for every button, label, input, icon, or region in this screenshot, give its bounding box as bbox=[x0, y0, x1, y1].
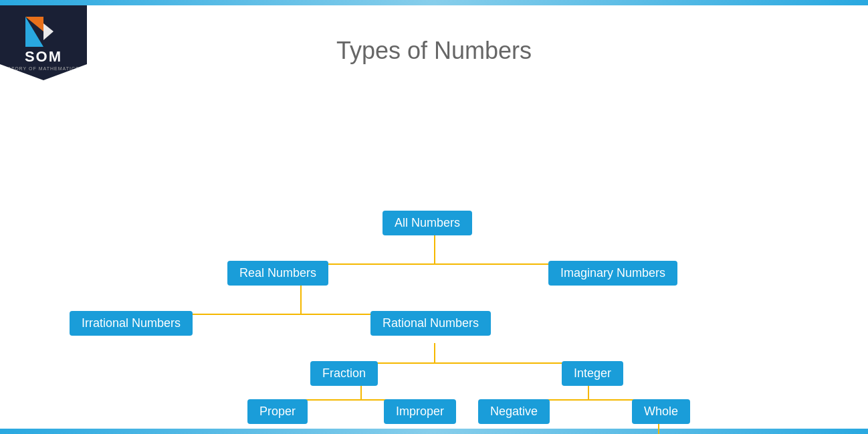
bottom-decorative-bar bbox=[0, 429, 868, 434]
node-imaginary-numbers: Imaginary Numbers bbox=[548, 261, 677, 286]
node-whole: Whole bbox=[632, 399, 690, 424]
diagram-container: All Numbers Real Numbers Imaginary Numbe… bbox=[0, 94, 868, 421]
node-real-numbers: Real Numbers bbox=[227, 261, 328, 286]
node-all-numbers: All Numbers bbox=[383, 211, 472, 235]
page-title: Types of Numbers bbox=[0, 37, 868, 65]
logo-subtitle: STORY OF MATHEMATICS bbox=[7, 66, 79, 71]
node-irrational-numbers: Irrational Numbers bbox=[70, 311, 193, 336]
node-improper: Improper bbox=[384, 399, 456, 424]
node-rational-numbers: Rational Numbers bbox=[370, 311, 491, 336]
node-negative: Negative bbox=[478, 399, 550, 424]
top-decorative-bar bbox=[0, 0, 868, 5]
node-proper: Proper bbox=[247, 399, 308, 424]
connector-lines bbox=[0, 94, 868, 421]
node-fraction: Fraction bbox=[310, 361, 378, 386]
node-integer: Integer bbox=[562, 361, 623, 386]
